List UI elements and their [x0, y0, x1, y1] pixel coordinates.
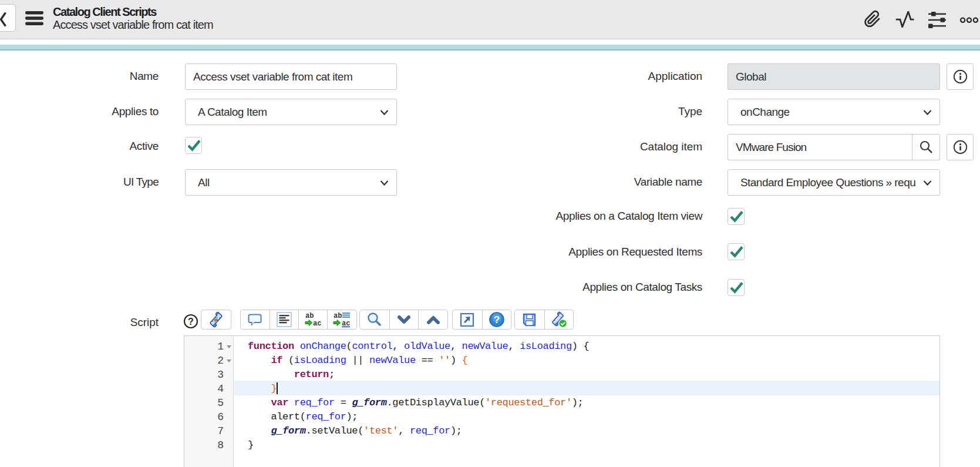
svg-text:?: ?: [188, 317, 194, 327]
svg-text:ab: ab: [305, 312, 314, 320]
svg-text:ab: ab: [334, 312, 342, 320]
svg-text:?: ?: [494, 314, 500, 325]
svg-text:ac: ac: [313, 320, 321, 328]
